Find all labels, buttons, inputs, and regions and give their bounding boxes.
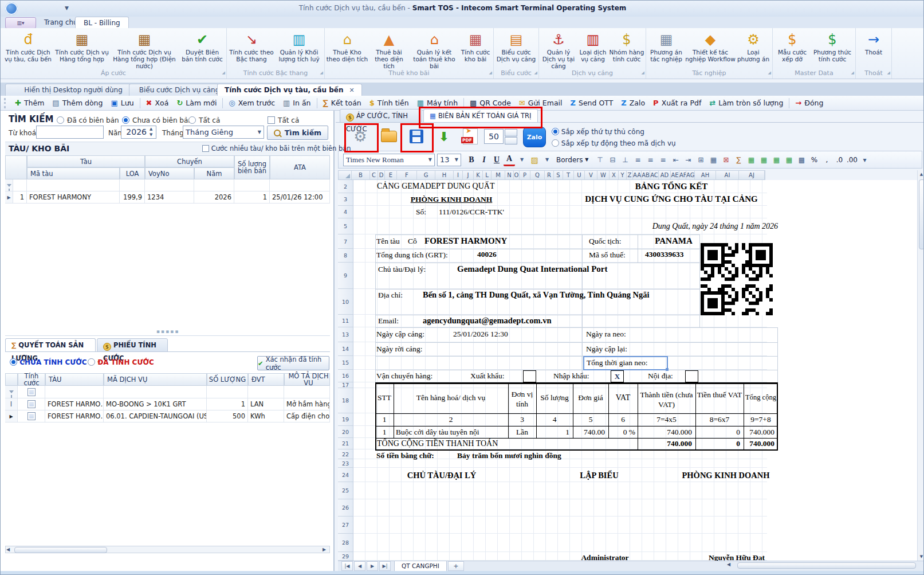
tab-quyet-toan[interactable]: ∑QUYẾT TOÁN SẢN LƯỢNG bbox=[5, 338, 96, 352]
column-header-cell[interactable]: O bbox=[514, 171, 520, 179]
format-icon-button[interactable]: .0 bbox=[833, 154, 845, 166]
filter-cell[interactable] bbox=[27, 179, 120, 191]
ship-row-slbb[interactable]: 1 bbox=[234, 191, 270, 204]
scroll-down-icon[interactable]: ▼ bbox=[918, 553, 924, 561]
export-checkbox[interactable] bbox=[523, 370, 536, 382]
column-header-cell[interactable]: M bbox=[492, 171, 505, 179]
col-voyno[interactable]: VoyNo bbox=[145, 167, 194, 179]
ship-row-num[interactable]: 1 bbox=[13, 191, 27, 204]
ship-row-loa[interactable]: 199,9 bbox=[120, 191, 145, 204]
col-ma-dv[interactable]: MÃ DỊCH VỤ bbox=[104, 373, 207, 386]
row-header-cell[interactable]: 13 bbox=[338, 327, 353, 342]
row-header-cell[interactable]: 29 bbox=[338, 552, 353, 561]
dialog-launcher-icon[interactable]: ◢ bbox=[851, 69, 854, 77]
sheet-scroll-thumb[interactable] bbox=[737, 562, 916, 569]
column-header-cell[interactable]: U bbox=[574, 171, 585, 179]
ribbon-button[interactable]: ▥ Loại dịch vụ cảng bbox=[577, 29, 609, 62]
row-header-cell[interactable]: 21 bbox=[338, 438, 353, 449]
filter-cell[interactable] bbox=[13, 179, 27, 191]
format-icon-button[interactable]: ⊞ bbox=[695, 154, 706, 166]
ribbon-button[interactable]: ▲ Thuê bãi theo diện tích bbox=[368, 29, 410, 69]
column-header-cell[interactable]: L bbox=[483, 171, 492, 179]
ribbon-button[interactable]: ▦ Phương án tác nghiệp bbox=[647, 29, 685, 62]
checkbox-multi-ship[interactable]: Cước nhiều tàu/ kho bãi trên một biên bả… bbox=[202, 144, 351, 152]
column-header-cell[interactable]: AB bbox=[642, 171, 650, 179]
export-pdf-button[interactable]: ➤PDF bbox=[458, 124, 483, 148]
format-icon-button[interactable]: ▩ bbox=[796, 154, 807, 166]
toolbar-button[interactable]: ▣ Lưu bbox=[111, 99, 133, 107]
ribbon-button[interactable]: ✔ Duyệt Biên bản tính cước bbox=[179, 29, 225, 62]
format-icon-button[interactable]: ▦ bbox=[745, 154, 757, 166]
format-icon-button[interactable]: ≡ bbox=[657, 154, 669, 166]
column-header-cell[interactable]: N bbox=[505, 171, 514, 179]
column-header-cell[interactable]: S bbox=[554, 171, 563, 179]
column-header-cell[interactable]: AC bbox=[650, 171, 659, 179]
ship-row-voyno[interactable]: 1234 bbox=[145, 191, 194, 204]
dialog-launcher-icon[interactable]: ◢ bbox=[222, 69, 225, 77]
nav-last-icon[interactable]: ▶| bbox=[379, 561, 391, 571]
col-mo-ta[interactable]: MÔ TẢ DỊCH VỤ bbox=[284, 373, 330, 386]
toolbar-button[interactable]: ▤ Thêm dòng bbox=[52, 99, 103, 107]
row-header-cell[interactable]: 17 bbox=[338, 382, 353, 388]
toolbar-button[interactable]: ▥ In ấn bbox=[283, 99, 310, 107]
cell-sl[interactable]: 500 bbox=[207, 410, 248, 423]
format-icon-button[interactable]: ⇥ bbox=[682, 154, 694, 166]
filter-checkbox[interactable] bbox=[18, 386, 45, 398]
checkbox-all[interactable]: Tất cả bbox=[268, 114, 299, 125]
row-checkbox[interactable] bbox=[18, 410, 45, 423]
sheet-scroll-left-icon[interactable]: ◀ bbox=[727, 562, 730, 567]
row-header-cell[interactable]: 23 bbox=[338, 459, 353, 468]
column-header-cell[interactable]: K bbox=[474, 171, 483, 179]
ribbon-button[interactable]: ▤ Biểu cước Dịch vụ cảng bbox=[495, 29, 537, 62]
tab-phieu-tinh-cuoc[interactable]: $PHIẾU TÍNH CƯỚC bbox=[97, 338, 168, 352]
column-header-cell[interactable]: F bbox=[397, 171, 417, 179]
filter-cell[interactable] bbox=[104, 386, 207, 398]
column-header-cell[interactable]: AH bbox=[695, 171, 716, 179]
format-icon-button[interactable]: ⊠ bbox=[720, 154, 732, 166]
toolbar-button[interactable]: ∑ Kết toán bbox=[323, 99, 361, 107]
format-icon-button[interactable]: ∑ bbox=[733, 154, 744, 166]
radio-billed[interactable]: ĐÃ TÍNH CƯỚC bbox=[88, 358, 154, 366]
radio-has-report[interactable]: Đã có biên bản bbox=[57, 114, 119, 125]
borders-button[interactable]: Borders ▼ bbox=[554, 154, 591, 166]
ship-row-name[interactable]: FOREST HARMONY bbox=[27, 191, 120, 204]
row-header-cell[interactable]: 3 bbox=[338, 193, 353, 206]
col-so-luong[interactable]: SỐ LƯỢNG bbox=[207, 373, 248, 386]
toolbar-button[interactable]: P Xuất ra Pdf bbox=[653, 99, 701, 107]
bold-button[interactable]: B bbox=[466, 154, 477, 166]
column-header-cell[interactable]: AG bbox=[686, 171, 695, 179]
col-loa[interactable]: LOA bbox=[120, 167, 145, 179]
column-header-cell[interactable]: AJ bbox=[739, 171, 765, 179]
ribbon-button[interactable]: ⚓ Quản lý Dịch vụ tại cảng bbox=[540, 29, 577, 69]
fill-color-button[interactable]: ▨ bbox=[529, 154, 540, 166]
format-icon-button[interactable]: ▦ bbox=[770, 154, 782, 166]
dialog-launcher-icon[interactable]: ◢ bbox=[320, 69, 323, 77]
sheet-vscrollbar[interactable]: ▲ ▼ bbox=[917, 170, 924, 561]
ship-row-ata[interactable]: 25/01/26 12:00 bbox=[270, 191, 330, 204]
column-header-cell[interactable]: X bbox=[610, 171, 619, 179]
radio-not-billed[interactable]: CHƯA TÍNH CƯỚC bbox=[10, 358, 87, 366]
open-button[interactable] bbox=[376, 124, 402, 148]
nav-prev-icon[interactable]: ◀ bbox=[354, 561, 365, 571]
nav-next-icon[interactable]: ▶ bbox=[367, 561, 378, 571]
format-icon-button[interactable]: % bbox=[808, 154, 820, 166]
row-header-cell[interactable]: 9 bbox=[338, 263, 353, 289]
ribbon-button[interactable]: → Thoát bbox=[857, 29, 890, 56]
row-header-cell[interactable]: 27 bbox=[338, 517, 353, 534]
vscroll-thumb[interactable] bbox=[919, 179, 924, 249]
radio-all[interactable]: Tất cả bbox=[188, 114, 220, 125]
row-header-cell[interactable]: 15 bbox=[338, 356, 353, 370]
row-header-cell[interactable]: 25 bbox=[338, 482, 353, 499]
cell-mota[interactable]: Cấp điện cho tàu tạ bbox=[284, 410, 330, 423]
row-header-cell[interactable]: 24 bbox=[338, 468, 353, 482]
dialog-launcher-icon[interactable]: ◢ bbox=[489, 69, 492, 77]
filter-cell[interactable] bbox=[45, 386, 104, 398]
nav-first-icon[interactable]: |◀ bbox=[341, 561, 353, 571]
scroll-left-icon[interactable]: ◀ bbox=[6, 547, 10, 552]
cell-sl[interactable]: 1 bbox=[207, 398, 248, 410]
page-size-input[interactable]: 50 bbox=[484, 129, 504, 144]
row-header-cell[interactable]: 20 bbox=[338, 426, 353, 438]
settings-button[interactable]: ⚙ bbox=[348, 124, 373, 148]
column-header-cell[interactable]: J bbox=[463, 171, 474, 179]
ribbon-button[interactable]: $ Nhóm hàng tính cước bbox=[609, 29, 644, 62]
